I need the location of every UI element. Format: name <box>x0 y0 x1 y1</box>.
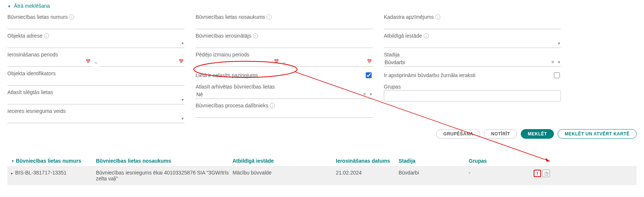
input-init-period-from[interactable] <box>7 58 92 67</box>
search-button[interactable]: Meklēt <box>521 129 554 139</box>
filters-col-3: Kadastra apzīmējums i Atbildīgā iestāde … <box>384 14 561 123</box>
chevron-down-icon: ▾ <box>370 92 372 97</box>
info-icon[interactable]: i <box>253 33 258 38</box>
select-archived[interactable] <box>196 90 373 99</box>
select-stage[interactable] <box>384 58 561 67</box>
chevron-down-icon: ▾ <box>558 60 560 65</box>
field-case-name: Būvniecības lietas nosaukums i <box>196 14 373 29</box>
label-auth: Atbildīgā iestāde i <box>384 33 561 39</box>
label-init-period: Ierosināšanas periods <box>7 52 185 58</box>
field-archived: Atlasīt arhivētas būvniecības lietas ✕ ▾ <box>196 84 373 99</box>
th-groups[interactable]: Grupas <box>469 158 528 164</box>
cell-date: 21.02.2024 <box>336 170 399 176</box>
field-approvable-checkbox: Ir apstiprināmi būvdarbu žurnāla ierakst… <box>384 70 561 80</box>
chevron-down-icon: ▾ <box>558 41 560 46</box>
period-dash: – <box>283 59 286 67</box>
calendar-icon[interactable]: 📅 <box>179 59 184 64</box>
label-object-address: Objekta adrese i <box>7 33 185 39</box>
info-icon[interactable]: i <box>69 14 74 20</box>
table-row[interactable]: BIS-BL-381717-13351 Būvniecības iesniegu… <box>7 166 637 185</box>
select-closed[interactable] <box>7 96 185 104</box>
field-select-closed: Atlasīt slēgtās lietas ▾ <box>7 89 185 104</box>
input-change-period-to[interactable] <box>289 58 373 67</box>
filters-col-2: Būvniecības lietas nosaukums i Būvniecīb… <box>196 14 373 123</box>
alert-icon[interactable]: ! <box>534 170 541 177</box>
label-select-closed: Atlasīt slēgtās lietas <box>7 89 185 95</box>
input-initiator[interactable] <box>196 39 373 48</box>
quick-search-toggle[interactable]: ▼ Ātrā meklēšana <box>7 3 637 9</box>
checkbox-approvable[interactable] <box>554 72 560 78</box>
th-name[interactable]: Būvniecības lietas nosaukums <box>96 158 233 164</box>
field-unread-checkbox: Lietā ir nelasīts paziņojums <box>196 70 373 80</box>
cell-groups: - <box>469 170 528 176</box>
checkbox-unread[interactable] <box>366 72 372 78</box>
info-icon[interactable]: i <box>266 14 272 20</box>
field-groups: Grupas <box>384 84 561 101</box>
label-case-name: Būvniecības lietas nosaukums i <box>196 14 373 20</box>
info-icon[interactable]: i <box>270 103 275 108</box>
input-object-id[interactable] <box>7 77 185 86</box>
results-table: Būvniecības lietas numurs Būvniecības li… <box>7 156 637 185</box>
clear-button[interactable]: Notīrīt <box>484 129 517 139</box>
filters-grid: Būvniecības lietas numurs i Objekta adre… <box>7 14 637 123</box>
input-init-period-to[interactable] <box>100 58 185 67</box>
row-actions: ! ◳ <box>528 170 550 177</box>
field-kadastra: Kadastra apzīmējums i <box>384 14 561 29</box>
caret-down-icon: ▼ <box>7 4 11 8</box>
label-archived: Atlasīt arhivētas būvniecības lietas <box>196 84 373 90</box>
search-map-button[interactable]: Meklēt un atvērt kartē <box>558 129 637 139</box>
select-auth[interactable] <box>384 39 561 48</box>
field-case-number: Būvniecības lietas numurs i <box>7 14 185 29</box>
label-approvable: Ir apstiprināmi būvdarbu žurnāla ierakst… <box>384 72 475 78</box>
label-unread: Lietā ir nelasīts paziņojums <box>196 72 258 78</box>
calendar-icon[interactable]: 📅 <box>86 59 91 64</box>
cell-stage: Būvdarbi <box>399 170 469 176</box>
input-change-period-from[interactable] <box>196 58 280 67</box>
clear-icon[interactable]: ✕ <box>551 60 554 65</box>
field-init-period: Ierosināšanas periods 📅 – 📅 <box>7 52 185 67</box>
cell-auth: Mācību būvvalde <box>233 170 336 176</box>
field-object-address: Objekta adrese i ▾ <box>7 33 185 48</box>
open-in-new-icon[interactable]: ◳ <box>543 170 550 177</box>
field-initiator: Būvniecības ierosinātājs i <box>196 33 373 48</box>
input-case-number[interactable] <box>7 21 185 29</box>
th-number[interactable]: Būvniecības lietas numurs <box>11 158 96 164</box>
filters-col-1: Būvniecības lietas numurs i Objekta adre… <box>7 14 185 123</box>
input-kadastra[interactable] <box>384 21 561 29</box>
chevron-down-icon: ▾ <box>182 97 184 102</box>
label-intent-type: Ieceres iesnieguma veids <box>7 108 185 114</box>
field-participant: Būvniecības procesa dalībnieks i <box>196 103 373 118</box>
info-icon[interactable]: i <box>435 14 440 20</box>
group-button[interactable]: Grupēšana <box>436 129 480 139</box>
info-icon[interactable]: i <box>424 33 429 38</box>
label-initiator: Būvniecības ierosinātājs i <box>196 33 373 39</box>
label-kadastra: Kadastra apzīmējums i <box>384 14 561 20</box>
action-buttons: Grupēšana Notīrīt Meklēt Meklēt un atvēr… <box>7 129 637 139</box>
th-date[interactable]: Ierosināšanas datums <box>336 158 399 164</box>
quick-search-label: Ātrā meklēšana <box>14 3 50 9</box>
info-icon[interactable]: i <box>44 33 49 38</box>
label-participant: Būvniecības procesa dalībnieks i <box>196 103 373 108</box>
field-object-id: Objekta identifikators <box>7 70 185 86</box>
field-intent-type: Ieceres iesnieguma veids ▾ <box>7 108 185 123</box>
label-object-id: Objekta identifikators <box>7 70 185 76</box>
label-groups: Grupas <box>384 84 561 90</box>
field-change-period: Pēdējo izmaiņu periods 📅 – 📅 <box>196 52 373 67</box>
calendar-icon[interactable]: 📅 <box>367 59 372 64</box>
cell-number: BIS-BL-381717-13351 <box>11 170 96 176</box>
label-stage: Stadija <box>384 52 561 58</box>
period-dash: – <box>94 59 97 67</box>
table-header: Būvniecības lietas numurs Būvniecības li… <box>7 156 637 166</box>
field-stage: Stadija ✕ ▾ <box>384 52 561 67</box>
input-participant[interactable] <box>196 109 373 118</box>
cell-name: Būvniecības iesniegums ēkai 40103325876 … <box>96 170 233 182</box>
th-stage[interactable]: Stadija <box>399 158 469 164</box>
calendar-icon[interactable]: 📅 <box>274 59 279 64</box>
select-intent-type[interactable] <box>7 115 185 123</box>
input-case-name[interactable] <box>196 21 373 29</box>
chevron-down-icon: ▾ <box>182 116 184 121</box>
clear-icon[interactable]: ✕ <box>363 92 366 97</box>
input-groups[interactable] <box>384 90 561 101</box>
select-object-address[interactable] <box>7 39 185 48</box>
th-auth[interactable]: Atbildīgā iestāde <box>233 158 336 164</box>
